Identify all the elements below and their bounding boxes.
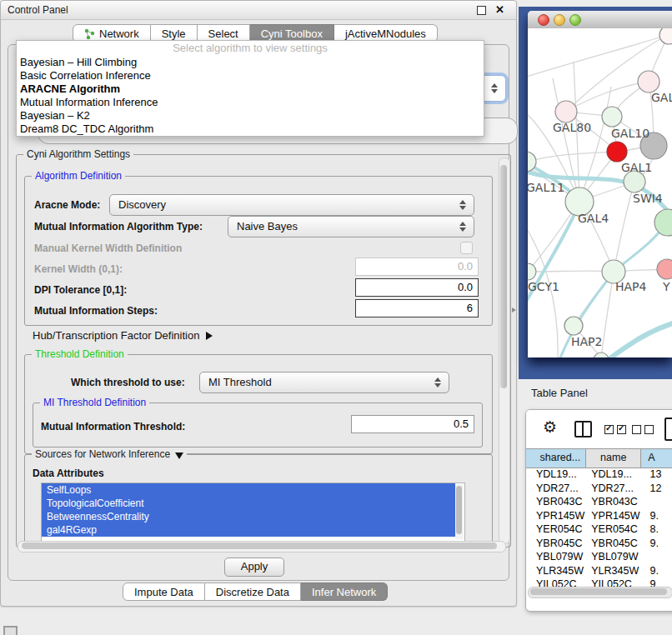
settings-vertical-scrollbar[interactable]: [499, 158, 510, 544]
gear-icon[interactable]: ⚙: [543, 418, 557, 437]
node-label: GCY1: [528, 280, 559, 293]
network-view-window: GAL2 GAL80 GAL10 GAL1 GAL11 SWI4 GAL4 GC…: [528, 11, 672, 358]
algorithm-option-aracne[interactable]: ARACNE Algorithm: [17, 82, 484, 96]
node-label: HAP2: [571, 335, 602, 348]
network-canvas[interactable]: GAL2 GAL80 GAL10 GAL1 GAL11 SWI4 GAL4 GC…: [528, 28, 672, 358]
control-panel-titlebar[interactable]: Control Panel ✕: [1, 1, 516, 20]
node-label: GAL2: [651, 91, 672, 104]
node-label: Y: [662, 280, 670, 293]
node-label: GAL1: [621, 161, 652, 174]
node-GAL80[interactable]: [555, 101, 577, 122]
data-attributes-label: Data Attributes: [33, 468, 104, 479]
manual-kernel-label: Manual Kernel Width Definition: [34, 242, 182, 254]
algorithm-dropdown-popup: Select algorithm to view settings Bayesi…: [16, 40, 484, 137]
dpi-tolerance-field[interactable]: 0.0: [355, 278, 479, 297]
which-threshold-combo[interactable]: MI Threshold: [199, 372, 449, 393]
table-row[interactable]: YDR27...YDR27...12: [526, 482, 672, 496]
table-row[interactable]: YBR043CYBR043C: [526, 495, 672, 509]
mi-threshold-field[interactable]: 0.5: [351, 415, 474, 433]
manual-kernel-checkbox[interactable]: [460, 242, 473, 254]
kernel-width-label: Kernel Width (0,1):: [34, 263, 123, 275]
aracne-mode-label: Aracne Mode:: [34, 199, 100, 211]
node-GAL2[interactable]: [638, 71, 659, 92]
mi-steps-label: Mutual Information Steps:: [34, 305, 158, 317]
list-item[interactable]: TopologicalCoefficient: [42, 497, 455, 510]
node-label: GAL11: [528, 181, 564, 194]
table-header: shared... name A: [526, 448, 672, 468]
network-window-titlebar[interactable]: [528, 11, 672, 29]
table-row[interactable]: YBR045CYBR045C9.: [526, 537, 672, 551]
window-title: Control Panel: [8, 4, 68, 16]
list-item[interactable]: gal4RGexp: [42, 523, 455, 537]
attributes-list-scrollbar[interactable]: [455, 484, 464, 539]
algorithm-placeholder: Select algorithm to view settings: [17, 41, 484, 56]
close-icon[interactable]: ✕: [495, 3, 504, 16]
deselect-all-columns-icon[interactable]: [632, 425, 654, 434]
node-label: GAL4: [578, 212, 609, 225]
mi-type-combo[interactable]: Naive Bayes: [228, 216, 474, 238]
float-window-icon[interactable]: [477, 6, 486, 15]
sources-title: Sources for Network Inference: [35, 448, 170, 460]
minimize-traffic-light[interactable]: [554, 14, 565, 26]
mi-threshold-label: Mutual Information Threshold:: [41, 421, 185, 432]
node-HAP2[interactable]: [564, 317, 583, 335]
control-panel-window: Control Panel ✕ Network Style Select Cyn…: [0, 0, 517, 607]
node-salmon[interactable]: [657, 259, 672, 279]
dpi-tolerance-label: DPI Tolerance [0,1]:: [34, 284, 127, 296]
expand-right-icon: [206, 332, 213, 340]
table-panel-title: Table Panel: [531, 387, 588, 399]
floating-panel-icon[interactable]: [3, 626, 18, 635]
splitter-collapse-arrow[interactable]: [512, 308, 516, 312]
table-panel: ⚙ shared... name A YDL19...YDL19...13 YD…: [525, 409, 672, 612]
node-GAL10[interactable]: [602, 107, 622, 127]
node-label: SWI4: [633, 192, 663, 205]
algorithm-option-basic-correlation[interactable]: Basic Correlation Inference: [17, 69, 484, 82]
settings-horizontal-scrollbar[interactable]: [18, 541, 506, 552]
node-label: GAL80: [553, 121, 591, 134]
table-toolbar: ⚙: [526, 410, 672, 448]
kernel-width-field[interactable]: 0.0: [355, 258, 479, 276]
algorithm-option-bayesian-k2[interactable]: Bayesian – K2: [17, 109, 484, 122]
aracne-mode-combo[interactable]: Discovery: [109, 194, 474, 216]
table-row[interactable]: YLR345WYLR345W9.: [526, 564, 672, 578]
column-header-partial[interactable]: A: [641, 449, 672, 468]
hub-tf-section-toggle[interactable]: Hub/Transcription Factor Definition: [33, 329, 213, 342]
data-attributes-list[interactable]: SelfLoops TopologicalCoefficient Between…: [41, 482, 465, 542]
tab-infer-network[interactable]: Infer Network: [301, 582, 388, 601]
list-item[interactable]: BetweennessCentrality: [42, 510, 455, 523]
group-title: Cyni Algorithm Settings: [23, 148, 133, 160]
column-header-shared-name[interactable]: shared...: [526, 449, 586, 468]
algorithm-option-bayesian-hill[interactable]: Bayesian – Hill Climbing: [17, 56, 484, 69]
table-horizontal-scrollbar[interactable]: [528, 587, 672, 598]
bottom-tab-bar: Impute Data Discretize Data Infer Networ…: [123, 582, 388, 601]
zoom-traffic-light[interactable]: [569, 14, 581, 26]
apply-button[interactable]: Apply: [224, 558, 284, 577]
table-body: YDL19...YDL19...13 YDR27...YDR27...12 YB…: [526, 468, 672, 592]
node-GAL1[interactable]: [607, 142, 627, 162]
algorithm-option-dream8[interactable]: Dream8 DC_TDC Algorithm: [17, 122, 484, 136]
table-row[interactable]: YBL079WYBL079W: [526, 550, 672, 564]
list-item[interactable]: SelfLoops: [42, 483, 455, 497]
tab-discretize-data[interactable]: Discretize Data: [205, 582, 301, 601]
table-row[interactable]: YER054CYER054C8.: [526, 522, 672, 537]
network-icon: [84, 28, 95, 39]
node-large-right[interactable]: [654, 209, 672, 236]
close-traffic-light[interactable]: [538, 14, 549, 26]
collapse-down-icon[interactable]: [175, 452, 183, 459]
node-unlabeled-bottom[interactable]: [594, 352, 609, 358]
node-label: HAP4: [615, 280, 647, 293]
node-unlabeled-top[interactable]: [659, 28, 672, 44]
mi-type-label: Mutual Information Algorithm Type:: [34, 221, 203, 232]
table-row[interactable]: YPR145WYPR145W9.: [526, 509, 672, 523]
mi-steps-field[interactable]: 6: [355, 299, 479, 318]
column-header-name[interactable]: name: [586, 449, 641, 468]
table-row[interactable]: YDL19...YDL19...13: [526, 468, 672, 482]
algorithm-option-mutual-info[interactable]: Mutual Information Inference: [17, 96, 484, 109]
select-all-columns-icon[interactable]: [604, 425, 626, 434]
node-GCY1[interactable]: [528, 263, 536, 280]
new-table-icon[interactable]: [664, 418, 672, 441]
which-threshold-label: Which threshold to use:: [71, 377, 185, 388]
tab-impute-data[interactable]: Impute Data: [123, 582, 205, 601]
node-label: GAL10: [611, 127, 649, 140]
split-columns-icon[interactable]: [574, 421, 592, 438]
